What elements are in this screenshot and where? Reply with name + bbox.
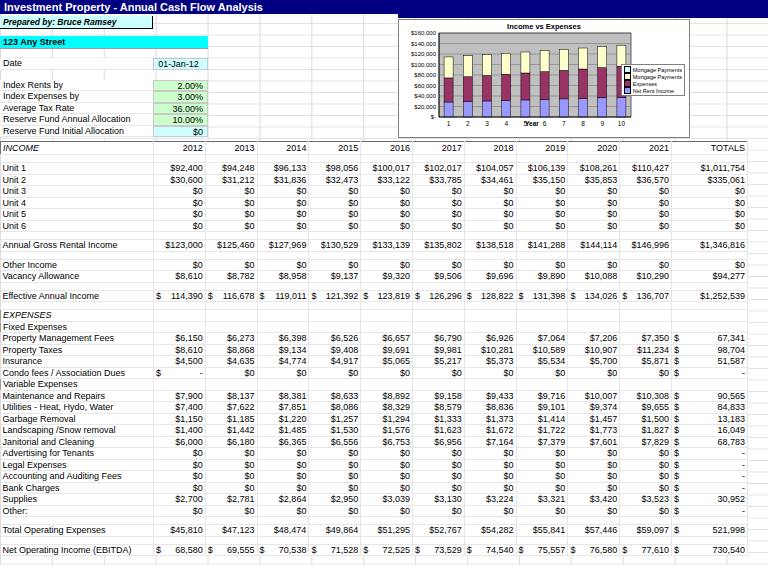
year-header[interactable]: 2015 [309, 142, 361, 155]
cell[interactable]: $6,398 [257, 333, 309, 345]
cell[interactable]: $104,057 [464, 163, 516, 175]
cell[interactable]: $10,088 [568, 271, 620, 283]
total-cell[interactable]: $1,011,754 [671, 163, 747, 175]
cell[interactable]: $6,526 [309, 333, 361, 345]
cell[interactable]: $92,400 [154, 163, 206, 175]
empty-cell[interactable] [412, 155, 464, 163]
empty-cell[interactable] [154, 251, 206, 259]
cell[interactable]: $68,580 [154, 544, 206, 556]
cell[interactable]: $0 [309, 482, 361, 494]
cell[interactable]: $9,158 [412, 390, 464, 402]
empty-cell[interactable] [671, 310, 747, 322]
cell[interactable]: $0 [361, 259, 413, 271]
empty-cell[interactable] [568, 302, 620, 310]
cell[interactable]: $130,529 [309, 240, 361, 252]
cell[interactable]: $8,610 [154, 344, 206, 356]
row-label[interactable]: Condo fees / Association Dues [1, 367, 154, 379]
cell[interactable]: $127,969 [257, 240, 309, 252]
cell[interactable]: $1,722 [516, 425, 568, 437]
cell[interactable]: $0 [412, 367, 464, 379]
empty-cell[interactable] [257, 310, 309, 322]
cell[interactable]: $0 [516, 482, 568, 494]
cell[interactable]: $0 [412, 505, 464, 517]
empty-cell[interactable] [620, 536, 672, 544]
year-header[interactable]: 2018 [464, 142, 516, 155]
cell[interactable]: $0 [361, 471, 413, 483]
empty-cell[interactable] [309, 155, 361, 163]
total-cell[interactable]: $13,183 [671, 413, 747, 425]
cell[interactable]: $0 [620, 209, 672, 221]
cell[interactable]: $125,460 [205, 240, 257, 252]
cell[interactable]: $7,622 [205, 402, 257, 414]
cell[interactable]: $7,851 [257, 402, 309, 414]
cell[interactable]: $70,538 [257, 544, 309, 556]
cell[interactable]: $7,829 [620, 436, 672, 448]
cell[interactable]: $6,000 [154, 436, 206, 448]
cell[interactable]: $0 [516, 209, 568, 221]
empty-cell[interactable] [257, 155, 309, 163]
empty-cell[interactable] [620, 155, 672, 163]
cell[interactable]: $8,579 [412, 402, 464, 414]
cell[interactable]: $0 [309, 367, 361, 379]
cell[interactable]: $5,700 [568, 356, 620, 368]
empty-cell[interactable] [620, 282, 672, 290]
cell[interactable]: $4,635 [205, 356, 257, 368]
cell[interactable]: $1,333 [412, 413, 464, 425]
cell[interactable]: $1,457 [568, 413, 620, 425]
empty-cell[interactable] [464, 155, 516, 163]
cell[interactable]: $108,261 [568, 163, 620, 175]
cell[interactable]: $1,530 [309, 425, 361, 437]
cell[interactable]: $0 [516, 459, 568, 471]
row-label[interactable]: Property Management Fees [1, 333, 154, 345]
cell[interactable]: $0 [309, 220, 361, 232]
empty-cell[interactable] [568, 310, 620, 322]
empty-cell[interactable] [1, 282, 154, 290]
row-label[interactable]: Insurance [1, 356, 154, 368]
empty-cell[interactable] [516, 379, 568, 391]
cell[interactable]: $0 [568, 448, 620, 460]
cell[interactable]: $0 [257, 259, 309, 271]
totals-header[interactable]: TOTALS [671, 142, 747, 155]
cell[interactable]: $6,150 [154, 333, 206, 345]
cell[interactable]: $116,678 [205, 290, 257, 302]
cell[interactable]: $0 [154, 448, 206, 460]
empty-cell[interactable] [671, 251, 747, 259]
cell[interactable]: $3,420 [568, 494, 620, 506]
cell[interactable]: $31,836 [257, 174, 309, 186]
cell[interactable]: $51,295 [361, 525, 413, 537]
param-value-index-expenses[interactable]: 3.00% [153, 91, 208, 103]
cell[interactable]: $1,485 [257, 425, 309, 437]
cell[interactable]: $9,408 [309, 344, 361, 356]
cell[interactable]: $0 [154, 459, 206, 471]
cell[interactable]: $7,064 [516, 333, 568, 345]
empty-cell[interactable] [516, 251, 568, 259]
row-label[interactable]: Unit 2 [1, 174, 154, 186]
cell[interactable]: $32,473 [309, 174, 361, 186]
cell[interactable]: $9,696 [464, 271, 516, 283]
total-cell[interactable]: $- [671, 459, 747, 471]
cell[interactable]: $0 [620, 259, 672, 271]
empty-cell[interactable] [361, 251, 413, 259]
cell[interactable]: $134,026 [568, 290, 620, 302]
cell[interactable]: $0 [309, 448, 361, 460]
cell[interactable]: $0 [620, 482, 672, 494]
empty-cell[interactable] [205, 282, 257, 290]
empty-cell[interactable] [205, 536, 257, 544]
empty-cell[interactable] [154, 302, 206, 310]
empty-cell[interactable] [412, 310, 464, 322]
cell[interactable]: $10,290 [620, 271, 672, 283]
cell[interactable]: $0 [154, 186, 206, 198]
cell[interactable]: $0 [568, 209, 620, 221]
row-label[interactable]: Property Taxes [1, 344, 154, 356]
empty-cell[interactable] [309, 251, 361, 259]
cell[interactable]: $0 [464, 482, 516, 494]
expense-subheader[interactable]: Fixed Expenses [1, 321, 154, 333]
empty-cell[interactable] [568, 536, 620, 544]
empty-cell[interactable] [412, 282, 464, 290]
empty-cell[interactable] [671, 321, 747, 333]
cell[interactable]: $0 [309, 459, 361, 471]
empty-cell[interactable] [568, 379, 620, 391]
empty-cell[interactable] [1, 251, 154, 259]
cell[interactable]: $45,810 [154, 525, 206, 537]
cell[interactable]: $0 [464, 459, 516, 471]
